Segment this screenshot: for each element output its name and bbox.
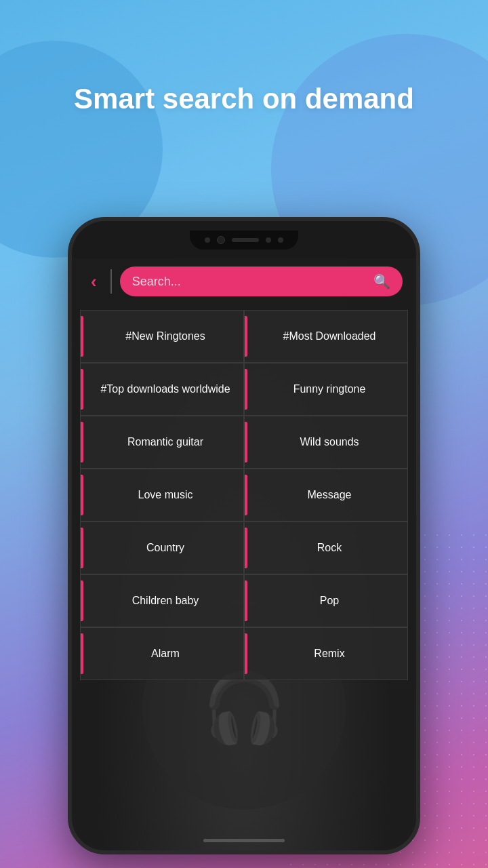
category-item-romantic-guitar[interactable]: Romantic guitar	[80, 416, 244, 469]
category-item-funny-ringtone[interactable]: Funny ringtone	[244, 363, 408, 416]
notch-bar	[232, 238, 259, 242]
category-item-message[interactable]: Message	[244, 469, 408, 521]
category-label-most-downloaded: #Most Downloaded	[256, 330, 396, 342]
category-label-children-baby: Children baby	[92, 595, 232, 607]
category-item-alarm[interactable]: Alarm	[80, 627, 244, 680]
page-headline: Smart search on demand	[0, 81, 488, 117]
back-button[interactable]: ‹	[85, 269, 102, 295]
notch-dot-right	[266, 237, 271, 243]
category-item-top-downloads[interactable]: #Top downloads worldwide	[80, 363, 244, 416]
category-item-children-baby[interactable]: Children baby	[80, 574, 244, 627]
category-item-country[interactable]: Country	[80, 521, 244, 574]
category-item-most-downloaded[interactable]: #Most Downloaded	[244, 310, 408, 363]
phone-home-indicator	[203, 839, 285, 842]
phone-notch-area	[72, 221, 416, 258]
category-label-remix: Remix	[256, 648, 396, 660]
phone-screen: 🎧 ‹ Search... 🔍 #New Ringtones#Most Down…	[72, 258, 416, 850]
category-label-alarm: Alarm	[92, 648, 232, 660]
category-item-pop[interactable]: Pop	[244, 574, 408, 627]
search-placeholder: Search...	[132, 275, 367, 289]
phone-notch	[190, 231, 298, 250]
phone-frame: 🎧 ‹ Search... 🔍 #New Ringtones#Most Down…	[68, 217, 420, 854]
search-bar[interactable]: Search... 🔍	[120, 267, 403, 296]
category-label-top-downloads: #Top downloads worldwide	[92, 383, 232, 395]
category-label-love-music: Love music	[92, 489, 232, 501]
notch-dot-far-right	[278, 237, 283, 243]
search-icon[interactable]: 🔍	[373, 273, 390, 290]
notch-dot-left	[205, 237, 210, 243]
category-label-romantic-guitar: Romantic guitar	[92, 436, 232, 448]
category-label-message: Message	[256, 489, 396, 501]
notch-camera	[217, 236, 225, 244]
category-item-rock[interactable]: Rock	[244, 521, 408, 574]
category-label-country: Country	[92, 542, 232, 554]
category-item-remix[interactable]: Remix	[244, 627, 408, 680]
category-label-new-ringtones: #New Ringtones	[92, 330, 232, 342]
category-item-new-ringtones[interactable]: #New Ringtones	[80, 310, 244, 363]
category-label-wild-sounds: Wild sounds	[256, 436, 396, 448]
divider	[110, 269, 112, 294]
category-item-wild-sounds[interactable]: Wild sounds	[244, 416, 408, 469]
category-label-pop: Pop	[256, 595, 396, 607]
top-bar: ‹ Search... 🔍	[72, 258, 416, 304]
categories-grid: #New Ringtones#Most Downloaded#Top downl…	[72, 304, 416, 686]
category-label-funny-ringtone: Funny ringtone	[256, 383, 396, 395]
category-item-love-music[interactable]: Love music	[80, 469, 244, 521]
category-label-rock: Rock	[256, 542, 396, 554]
